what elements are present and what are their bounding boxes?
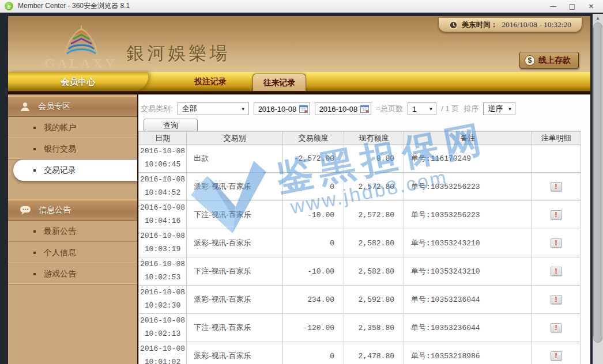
detail-alert-icon[interactable]: ! — [551, 210, 562, 219]
detail-alert-icon[interactable]: ! — [551, 323, 562, 332]
cell-detail: ! — [532, 286, 581, 314]
clock-icon — [449, 21, 458, 29]
cell-note: 单号:10353243210 — [404, 257, 532, 286]
sidebar-section-announcements[interactable]: 信息公告 — [8, 199, 137, 221]
sidebar-item-bank-transactions[interactable]: 银行交易 — [8, 138, 137, 160]
time-value: 2016/10/08 - 10:32:20 — [502, 20, 571, 29]
header-balance: 现有额度 — [344, 132, 404, 145]
table-row: 2016-10-0810:04:52 派彩-视讯-百家乐 0 2,572.80 … — [139, 173, 581, 201]
cell-balance: 2,572.80 — [344, 173, 404, 201]
sidebar-section-member-zone[interactable]: 会员专区 — [8, 96, 137, 117]
sidebar-item-personal-messages[interactable]: 个人信息 — [8, 242, 137, 263]
header-type: 交易别 — [187, 132, 283, 145]
cell-date: 2016-10-0810:03:19 — [139, 229, 187, 257]
cell-detail: ! — [532, 201, 581, 229]
cell-date: 2016-10-0810:04:16 — [139, 201, 187, 229]
cell-amount: -2,572.00 — [283, 145, 344, 173]
scroll-up-arrow[interactable]: ▲ — [593, 14, 603, 22]
chevron-down-icon: ▼ — [428, 107, 433, 112]
table-row: 2016-10-0810:01:02 派彩-视讯-百家乐 0 2,478.80 … — [139, 342, 581, 364]
browser-icon: e — [5, 2, 13, 10]
sidebar-item-latest-announcements[interactable]: 最新公告 — [8, 221, 137, 242]
cell-type: 派彩-视讯-百家乐 — [187, 229, 283, 257]
cell-note: 单号:10353256223 — [404, 201, 532, 229]
main-content: 交易类别: 全部 ▼ 2016-10-08 — [138, 94, 590, 364]
cell-amount: 0 — [283, 342, 344, 364]
chevron-down-icon: ▼ — [241, 107, 246, 112]
selected-page: 1 — [412, 105, 416, 113]
sidebar: 会员专区 我的帐户 银行交易 交易记录 — [8, 94, 138, 364]
page-background: 美东时间： 2016/10/08 - 10:32:20 — [0, 13, 603, 364]
main-navbar: 会员中心 投注记录 往来记录 — [8, 72, 590, 91]
cell-date: 2016-10-0810:06:45 — [139, 145, 187, 173]
cell-note: 单号:10353243210 — [404, 229, 532, 257]
date-from-value: 2016-10-08 — [258, 105, 297, 113]
date-to-input[interactable]: 2016-10-08 — [315, 103, 371, 115]
cell-date: 2016-10-0810:04:52 — [139, 173, 187, 201]
vertical-scrollbar[interactable]: ▲ — [593, 14, 603, 364]
cell-type: 出款 — [187, 145, 283, 173]
user-icon — [20, 101, 31, 112]
selected-type: 全部 — [182, 104, 197, 114]
sidebar-item-my-account[interactable]: 我的帐户 — [8, 117, 137, 138]
cell-balance: 2,358.80 — [344, 314, 404, 342]
cell-date: 2016-10-0810:02:13 — [139, 314, 187, 342]
calendar-icon — [299, 105, 308, 113]
server-time: 美东时间： 2016/10/08 - 10:32:20 — [438, 18, 582, 32]
window-title: Member Center - 360安全浏览器 8.1 — [18, 1, 544, 11]
cell-type: 派彩-视讯-百家乐 — [187, 286, 283, 314]
cell-note: 单号:10353236044 — [404, 286, 532, 314]
detail-alert-icon[interactable]: ! — [551, 267, 562, 276]
cell-note: 单号:116170249 — [404, 145, 532, 173]
cell-type: 下注-视讯-百家乐 — [187, 257, 283, 286]
brand-logo: GALAXY 銀河娛樂場 — [45, 24, 230, 70]
deposit-label: 线上存款 — [538, 55, 571, 66]
sidebar-item-transaction-records[interactable]: 交易记录 — [13, 160, 137, 181]
cell-type: 下注-视讯-百家乐 — [187, 314, 283, 342]
minimize-button[interactable]: — — [544, 1, 563, 12]
tab-bet-records[interactable]: 投注记录 — [179, 72, 242, 91]
detail-alert-icon[interactable]: ! — [551, 182, 562, 191]
tab-transaction-records[interactable]: 往来记录 — [252, 74, 306, 91]
time-label: 美东时间： — [462, 20, 498, 30]
cell-note: 单号:10353218986 — [404, 342, 532, 364]
cell-detail: ! — [532, 145, 581, 173]
sort-label: 排序 — [463, 104, 478, 114]
table-row: 2016-10-0810:02:13 下注-视讯-百家乐 -120.00 2,3… — [139, 314, 581, 342]
cell-balance: 2,478.80 — [344, 342, 404, 364]
page-select[interactable]: 1 ▼ — [408, 103, 436, 115]
sidebar-item-game-announcements[interactable]: 游戏公告 — [8, 263, 137, 285]
detail-alert-icon[interactable]: ! — [551, 238, 562, 248]
detail-alert-icon[interactable]: ! — [551, 351, 562, 361]
sort-select[interactable]: 逆序 ▼ — [483, 103, 515, 115]
cell-type: 派彩-视讯-百家乐 — [187, 173, 283, 201]
brand-name-en: GALAXY — [45, 56, 117, 70]
calendar-icon — [360, 105, 369, 113]
site-header: 美东时间： 2016/10/08 - 10:32:20 — [8, 16, 590, 72]
cell-detail: ! — [532, 257, 581, 286]
table-row: 2016-10-0810:02:30 派彩-视讯-百家乐 234.00 2,59… — [139, 286, 581, 314]
close-button[interactable]: ✕ — [582, 1, 601, 12]
cell-note: 单号:10353256223 — [404, 173, 532, 201]
detail-alert-icon[interactable]: ! — [551, 295, 562, 304]
selected-sort: 逆序 — [488, 104, 503, 114]
date-from-input[interactable]: 2016-10-08 — [254, 103, 310, 115]
cell-amount: -120.00 — [283, 314, 344, 342]
cell-detail: ! — [532, 342, 581, 364]
transaction-type-select[interactable]: 全部 ▼ — [178, 103, 249, 115]
chevron-down-icon: ▼ — [507, 107, 512, 112]
query-button[interactable]: 查询 — [144, 119, 198, 132]
cell-amount: -10.00 — [283, 257, 344, 286]
brand-name-cn: 銀河娛樂場 — [126, 41, 230, 70]
titlebar: e Member Center - 360安全浏览器 8.1 — □ ✕ — [0, 0, 603, 13]
header-detail: 注单明细 — [532, 132, 581, 145]
filter-toolbar: 交易类别: 全部 ▼ 2016-10-08 — [141, 103, 515, 115]
cell-note: 单号:10353236044 — [404, 314, 532, 342]
online-deposit-button[interactable]: $ 线上存款 — [519, 52, 579, 69]
member-center-tab[interactable]: 会员中心 — [8, 72, 148, 91]
maximize-button[interactable]: □ — [563, 1, 582, 12]
scrollbar-thumb[interactable] — [593, 22, 602, 343]
cell-balance: 2,582.80 — [344, 229, 404, 257]
table-header-row: 日期 交易别 交易额度 现有额度 备注 注单明细 — [139, 132, 581, 145]
cell-balance: 2,572.80 — [344, 201, 404, 229]
